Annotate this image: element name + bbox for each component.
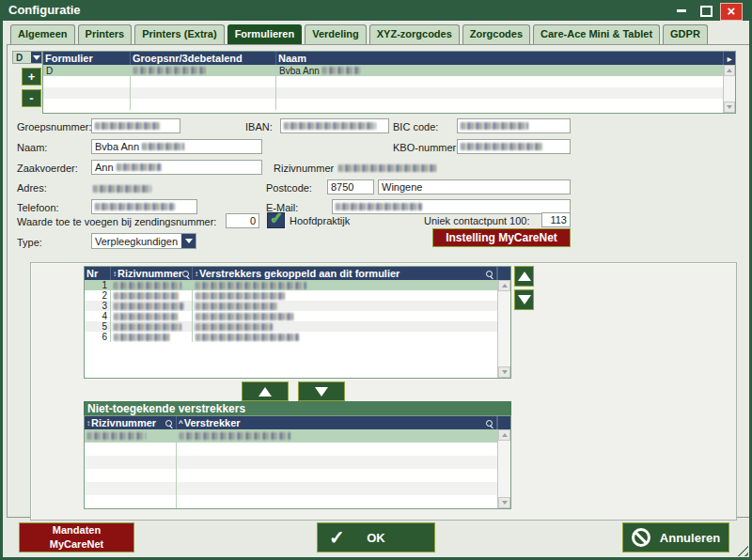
table-row[interactable] xyxy=(43,99,735,110)
type-select[interactable]: Verpleegkundigen xyxy=(91,233,196,249)
tab-printers-extra[interactable]: Printers (Extra) xyxy=(134,24,224,45)
table-row[interactable]: D Bvba Ann xyxy=(43,65,735,76)
table-row[interactable]: 2 xyxy=(85,290,510,301)
search-icon[interactable] xyxy=(182,271,189,277)
unassigned-table-header[interactable]: ↕Rizivnummer ^Verstrekker xyxy=(85,416,510,429)
form-letter-select[interactable]: D xyxy=(12,51,42,64)
uniek-contactpunt-input[interactable]: 113 xyxy=(541,212,571,227)
window-title: Configuratie xyxy=(8,3,81,17)
linked-table-scrollbar[interactable] xyxy=(497,280,510,378)
ok-button[interactable]: ✓ OK xyxy=(317,522,435,552)
mandaten-mycarenet-button[interactable]: Mandaten MyCareNet xyxy=(19,522,134,552)
zendingsnummer-input[interactable]: 0 xyxy=(226,213,259,228)
column-header-rizivnummer[interactable]: ↕Rizivnummer xyxy=(111,267,193,280)
redacted-text xyxy=(117,163,162,171)
column-header-naam[interactable]: Naam xyxy=(276,52,723,65)
telefoon-input[interactable] xyxy=(91,199,197,214)
iban-label: IBAN: xyxy=(245,121,273,132)
column-header-verstrekkers[interactable]: ↕Verstrekkers gekoppeld aan dit formulie… xyxy=(193,267,497,280)
close-button[interactable]: × xyxy=(720,3,743,21)
scroll-down-button[interactable] xyxy=(724,101,735,113)
redacted-text xyxy=(114,313,178,320)
column-header-rizivnummer[interactable]: ↕Rizivnummer xyxy=(85,416,177,429)
arrow-down-icon xyxy=(315,387,328,397)
adres-value-redacted xyxy=(93,185,151,193)
table-row[interactable]: 5 xyxy=(85,321,510,332)
naam-input[interactable]: Bvba Ann xyxy=(91,139,262,154)
assign-verstrekker-button[interactable] xyxy=(242,381,289,401)
table-row[interactable] xyxy=(43,76,735,87)
zaakvoerder-label: Zaakvoerder: xyxy=(17,163,78,174)
redacted-text xyxy=(114,282,181,289)
bic-input[interactable] xyxy=(457,118,571,133)
type-dropdown-button[interactable] xyxy=(181,234,196,248)
kbo-input[interactable] xyxy=(457,139,571,154)
add-form-button[interactable]: + xyxy=(22,68,41,86)
zaakvoerder-input[interactable]: Ann xyxy=(91,160,262,175)
groepsnummer-input[interactable] xyxy=(91,118,180,133)
table-row[interactable]: 4 xyxy=(85,311,510,321)
tab-formulieren[interactable]: Formulieren xyxy=(227,24,303,45)
table-row[interactable] xyxy=(85,482,510,495)
iban-input[interactable] xyxy=(280,118,389,133)
column-header-groepsnr[interactable]: Groepsnr/3debetalend xyxy=(131,52,276,65)
redacted-text xyxy=(196,303,278,310)
tab-xyz-zorgcodes[interactable]: XYZ-zorgcodes xyxy=(369,24,460,45)
cancel-icon xyxy=(632,528,650,547)
unassigned-table-scrollbar[interactable] xyxy=(497,429,510,508)
maximize-button[interactable] xyxy=(696,3,716,19)
table-row[interactable]: 6 xyxy=(85,332,510,342)
remove-form-button[interactable]: - xyxy=(22,89,41,107)
minimize-button[interactable] xyxy=(671,3,692,19)
table-row[interactable]: 1 xyxy=(85,280,510,290)
instelling-mycarenet-button[interactable]: Instelling MyCareNet xyxy=(432,228,571,247)
linked-table-header[interactable]: Nr ↕Rizivnummer ↕Verstrekkers gekoppeld … xyxy=(85,267,510,280)
table-row[interactable]: 3 xyxy=(85,301,510,311)
table-row[interactable] xyxy=(85,495,510,508)
scroll-up-button[interactable] xyxy=(724,65,735,76)
table-row[interactable] xyxy=(85,443,510,456)
telefoon-label: Telefoon: xyxy=(17,202,59,213)
title-bar[interactable]: Configuratie × xyxy=(0,0,752,21)
arrow-down-icon xyxy=(518,295,531,304)
move-row-down-button[interactable] xyxy=(514,289,534,310)
column-header-verstrekker[interactable]: ^Verstrekker xyxy=(177,416,497,429)
gemeente-input[interactable]: Wingene xyxy=(378,179,571,194)
search-icon[interactable] xyxy=(165,420,172,427)
tab-gdpr[interactable]: GDPR xyxy=(663,24,708,45)
zendingsnummer-label: Waarde toe te voegen bij zendingsnummer: xyxy=(17,216,216,227)
arrow-up-icon xyxy=(502,284,508,288)
email-input[interactable] xyxy=(332,199,571,214)
column-header-nr[interactable]: Nr xyxy=(85,267,111,280)
tab-verdeling[interactable]: Verdeling xyxy=(305,24,367,45)
forms-table-scrollbar[interactable] xyxy=(723,65,735,113)
resize-grip[interactable] xyxy=(736,544,748,556)
postcode-input[interactable]: 8750 xyxy=(327,179,374,194)
table-row[interactable] xyxy=(43,87,735,99)
forms-table-header[interactable]: Formulier Groepsnr/3debetalend Naam ▶ xyxy=(43,52,735,65)
tab-zorgcodes[interactable]: Zorgcodes xyxy=(462,24,530,45)
hoofdpraktijk-checkbox[interactable]: ✓ xyxy=(267,212,285,228)
search-icon[interactable] xyxy=(486,420,493,427)
unassign-verstrekker-button[interactable] xyxy=(298,381,345,401)
scroll-up-button[interactable] xyxy=(498,280,510,291)
annuleren-button[interactable]: Annuleren xyxy=(622,522,729,552)
header-scroll-right-button[interactable]: ▶ xyxy=(723,52,735,65)
table-row[interactable] xyxy=(85,456,510,469)
scroll-up-button[interactable] xyxy=(498,429,510,441)
redacted-text xyxy=(196,313,294,320)
table-row[interactable] xyxy=(85,469,510,482)
unassigned-section-title: Niet-toegekende verstrekkers xyxy=(84,401,511,415)
column-header-formulier[interactable]: Formulier xyxy=(43,52,131,65)
search-icon[interactable] xyxy=(486,271,493,277)
move-row-up-button[interactable] xyxy=(514,266,534,287)
tab-printers[interactable]: Printers xyxy=(78,24,133,45)
table-row[interactable] xyxy=(85,429,510,443)
tab-care-ace-mini-tablet[interactable]: Care-Ace Mini & Tablet xyxy=(533,24,660,45)
scroll-down-button[interactable] xyxy=(498,366,510,378)
tab-algemeen[interactable]: Algemeen xyxy=(10,24,75,45)
form-letter-dropdown-button[interactable] xyxy=(31,52,41,63)
scroll-down-button[interactable] xyxy=(498,497,510,508)
maximize-icon xyxy=(700,6,713,17)
redacted-text xyxy=(196,292,285,300)
